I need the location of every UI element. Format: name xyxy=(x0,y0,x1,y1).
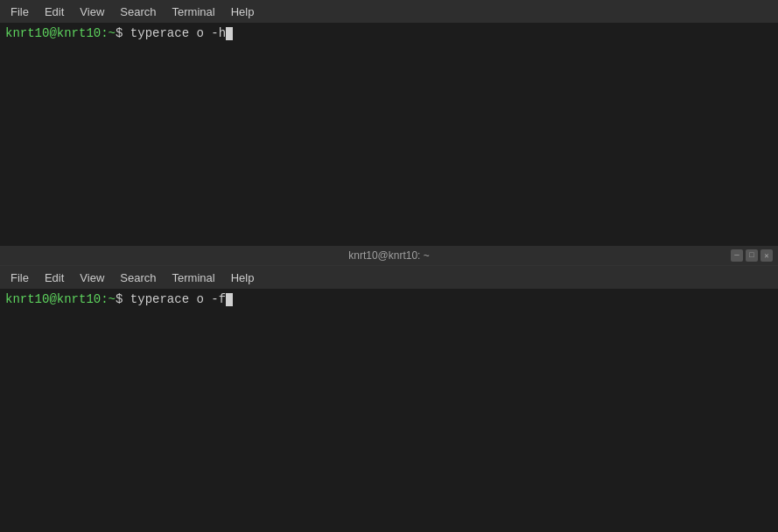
bottom-menu-help[interactable]: Help xyxy=(224,270,262,286)
top-minimize-button[interactable]: ─ xyxy=(731,249,743,262)
top-prompt-line: knrt10@knrt10:~$ typerace o -h xyxy=(5,26,773,40)
top-menu-search[interactable]: Search xyxy=(113,4,163,20)
bottom-prompt-line: knrt10@knrt10:~$ typerace o -f xyxy=(5,292,773,306)
top-prompt-user: knrt10@knrt10:~ xyxy=(5,26,116,40)
top-cursor xyxy=(226,27,233,40)
bottom-cursor xyxy=(226,293,233,306)
top-menubar: File Edit View Search Terminal Help xyxy=(0,0,778,23)
bottom-terminal-content[interactable]: knrt10@knrt10:~$ typerace o -f xyxy=(0,289,778,532)
top-status-bar: knrt10@knrt10: ~ ─ □ ✕ xyxy=(0,246,778,265)
bottom-terminal-pane: File Edit View Search Terminal Help knrt… xyxy=(0,266,778,532)
bottom-menu-search[interactable]: Search xyxy=(113,270,163,286)
top-maximize-button[interactable]: □ xyxy=(746,249,758,262)
top-menu-help[interactable]: Help xyxy=(224,4,262,20)
bottom-prompt-dollar: $ xyxy=(116,292,123,306)
top-close-button[interactable]: ✕ xyxy=(760,249,773,262)
top-menu-terminal[interactable]: Terminal xyxy=(165,4,222,20)
top-terminal-pane: File Edit View Search Terminal Help knrt… xyxy=(0,0,778,266)
bottom-menu-file[interactable]: File xyxy=(4,270,36,286)
bottom-menu-edit[interactable]: Edit xyxy=(38,270,71,286)
bottom-menu-view[interactable]: View xyxy=(73,270,111,286)
top-window-controls: ─ □ ✕ xyxy=(731,249,773,262)
bottom-prompt-command: typerace o -f xyxy=(123,292,226,306)
top-status-title: knrt10@knrt10: ~ xyxy=(348,249,430,262)
bottom-menubar: File Edit View Search Terminal Help xyxy=(0,266,778,289)
bottom-prompt-user: knrt10@knrt10:~ xyxy=(5,292,116,306)
top-menu-file[interactable]: File xyxy=(4,4,36,20)
top-prompt-dollar: $ xyxy=(116,26,123,40)
top-menu-edit[interactable]: Edit xyxy=(38,4,71,20)
top-menu-view[interactable]: View xyxy=(73,4,111,20)
top-terminal-content[interactable]: knrt10@knrt10:~$ typerace o -h xyxy=(0,23,778,246)
bottom-menu-terminal[interactable]: Terminal xyxy=(165,270,222,286)
top-prompt-command: typerace o -h xyxy=(123,26,226,40)
